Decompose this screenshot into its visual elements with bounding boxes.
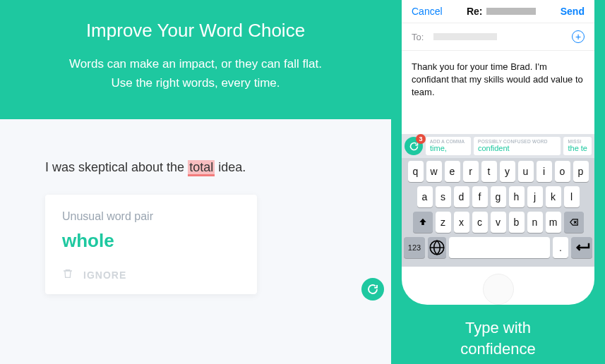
suggestion-chip[interactable]: ADD A COMMA time, xyxy=(426,137,471,155)
key-f[interactable]: f xyxy=(472,186,488,207)
example-area: I was skeptical about the total idea. Un… xyxy=(0,119,391,364)
key-o[interactable]: o xyxy=(555,161,570,182)
key-g[interactable]: g xyxy=(491,186,506,207)
home-button[interactable] xyxy=(483,274,514,305)
send-button[interactable]: Send xyxy=(561,6,585,17)
key-a[interactable]: a xyxy=(417,186,433,207)
redacted-recipient xyxy=(433,33,497,40)
key-h[interactable]: h xyxy=(509,186,525,207)
key-b[interactable]: b xyxy=(509,212,525,233)
tagline: Type with confidence xyxy=(460,317,535,359)
key-u[interactable]: u xyxy=(518,161,534,182)
to-label: To: xyxy=(412,32,424,42)
key-p[interactable]: p xyxy=(573,161,589,182)
key-m[interactable]: m xyxy=(546,212,561,233)
suggestion-word[interactable]: whole xyxy=(62,230,240,252)
period-key[interactable]: . xyxy=(553,237,568,258)
key-c[interactable]: c xyxy=(472,212,488,233)
suggestion-bar: 3 ADD A COMMA time, POSSIBLY CONFUSED WO… xyxy=(402,134,594,158)
key-e[interactable]: e xyxy=(445,161,460,182)
key-z[interactable]: z xyxy=(436,212,451,233)
promo-title: Improve Your Word Choice xyxy=(14,20,377,42)
key-s[interactable]: s xyxy=(436,186,451,207)
key-i[interactable]: i xyxy=(537,161,552,182)
backspace-key[interactable] xyxy=(564,212,584,233)
ignore-button[interactable]: IGNORE xyxy=(83,269,126,281)
example-sentence: I was skeptical about the total idea. xyxy=(45,160,346,175)
error-count-badge: 3 xyxy=(416,134,426,144)
card-actions: IGNORE xyxy=(62,267,240,283)
keyboard-row-3: zxcvbnm xyxy=(404,212,592,233)
key-d[interactable]: d xyxy=(454,186,469,207)
key-n[interactable]: n xyxy=(527,212,543,233)
promo-header: Improve Your Word Choice Words can make … xyxy=(0,0,391,119)
promo-subtitle: Words can make an impact, or they can fa… xyxy=(14,54,377,92)
key-x[interactable]: x xyxy=(454,212,469,233)
suggestion-card: Unusual word pair whole IGNORE xyxy=(45,195,257,294)
keyboard-row-1: qwertyuiop xyxy=(404,161,592,182)
highlighted-word[interactable]: total xyxy=(188,160,215,176)
phone-mockup: Cancel Re: Send To: + Thank you for your… xyxy=(402,0,594,305)
key-v[interactable]: v xyxy=(491,212,506,233)
key-w[interactable]: w xyxy=(426,161,442,182)
keyboard: qwertyuiop asdfghjkl zxcvbnm 123 . xyxy=(402,158,594,267)
keyboard-row-4: 123 . xyxy=(404,237,592,258)
cancel-button[interactable]: Cancel xyxy=(412,6,443,17)
shift-key[interactable] xyxy=(413,212,433,233)
return-key[interactable] xyxy=(571,237,592,258)
key-l[interactable]: l xyxy=(564,186,580,207)
key-j[interactable]: j xyxy=(527,186,543,207)
key-y[interactable]: y xyxy=(500,161,515,182)
mail-title: Re: xyxy=(467,6,537,17)
key-t[interactable]: t xyxy=(481,161,497,182)
left-panel: Improve Your Word Choice Words can make … xyxy=(0,0,391,364)
key-r[interactable]: r xyxy=(463,161,479,182)
card-title: Unusual word pair xyxy=(62,210,240,223)
key-q[interactable]: q xyxy=(408,161,424,182)
suggestion-chip[interactable]: POSSIBLY CONFUSED WORD confident xyxy=(474,137,561,155)
trash-icon[interactable] xyxy=(62,267,73,283)
grammarly-icon[interactable]: 3 xyxy=(405,137,423,155)
key-k[interactable]: k xyxy=(546,186,561,207)
to-row: To: + xyxy=(402,23,594,51)
space-key[interactable] xyxy=(449,237,550,258)
grammarly-fab[interactable] xyxy=(361,278,384,301)
redacted-subject xyxy=(486,8,536,15)
email-body[interactable]: Thank you for your time Brad. I'm confid… xyxy=(402,51,594,134)
suggestion-chip[interactable]: MISSI the te xyxy=(563,137,592,155)
keyboard-row-2: asdfghjkl xyxy=(404,186,592,207)
globe-key[interactable] xyxy=(428,237,446,258)
right-panel: Cancel Re: Send To: + Thank you for your… xyxy=(391,0,605,364)
numbers-key[interactable]: 123 xyxy=(404,237,425,258)
add-recipient-icon[interactable]: + xyxy=(572,30,585,43)
mail-navbar: Cancel Re: Send xyxy=(402,0,594,23)
